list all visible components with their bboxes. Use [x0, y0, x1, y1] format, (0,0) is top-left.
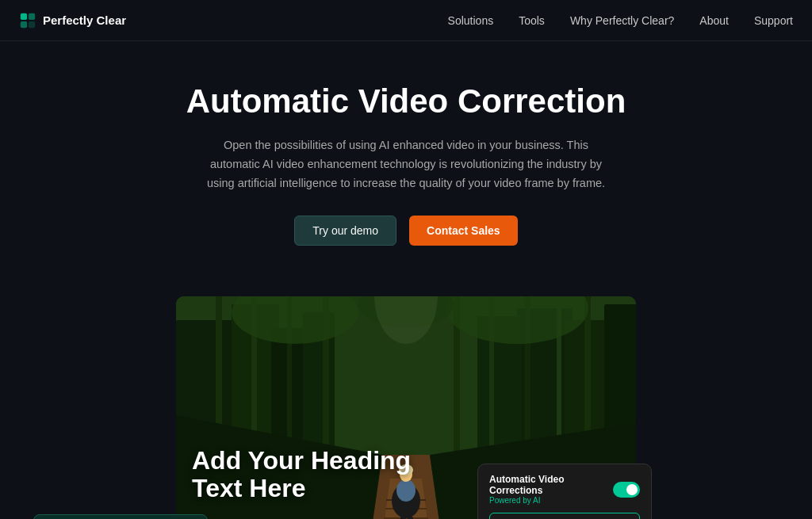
- logo-text: Perfectly Clear: [43, 13, 126, 27]
- click-here-button[interactable]: + Click here: [489, 513, 640, 519]
- ai-toggle[interactable]: [613, 482, 640, 498]
- hero-section: Automatic Video Correction Open the poss…: [0, 41, 812, 296]
- hero-title: Automatic Video Correction: [186, 82, 626, 120]
- nav-item-why[interactable]: Why Perfectly Clear?: [570, 13, 674, 28]
- image-wrapper: Add Your Heading Text Here Automatic Vid…: [0, 296, 812, 519]
- nav-item-about[interactable]: About: [699, 13, 729, 28]
- ai-widget: Automatic Video Corrections Powered by A…: [477, 464, 652, 519]
- contact-sales-button[interactable]: Contact Sales: [409, 216, 518, 246]
- svg-rect-1: [29, 13, 35, 19]
- hero-buttons: Try our demo Contact Sales: [294, 216, 517, 246]
- svg-rect-0: [21, 13, 27, 19]
- try-demo-button[interactable]: Try our demo: [294, 216, 396, 246]
- bottom-decorative-bar: [33, 514, 208, 519]
- image-section: Add Your Heading Text Here Automatic Vid…: [176, 296, 636, 519]
- logo-icon: [19, 12, 36, 29]
- nav-item-solutions[interactable]: Solutions: [448, 13, 494, 28]
- overlay-heading: Add Your Heading Text Here: [192, 447, 411, 502]
- logo[interactable]: Perfectly Clear: [19, 12, 126, 29]
- widget-title-block: Automatic Video Corrections Powered by A…: [489, 474, 613, 505]
- svg-rect-2: [21, 21, 27, 27]
- svg-rect-37: [400, 514, 406, 519]
- svg-rect-3: [29, 21, 35, 27]
- navbar: Perfectly Clear Solutions Tools Why Perf…: [0, 0, 812, 41]
- widget-title: Automatic Video Corrections: [489, 474, 613, 496]
- nav-links: Solutions Tools Why Perfectly Clear? Abo…: [448, 13, 793, 28]
- widget-subtitle: Powered by AI: [489, 496, 613, 505]
- hero-description: Open the possibilities of using AI enhan…: [200, 136, 612, 193]
- toggle-knob: [626, 484, 638, 495]
- nav-item-support[interactable]: Support: [754, 13, 793, 28]
- widget-header: Automatic Video Corrections Powered by A…: [489, 474, 640, 505]
- nav-item-tools[interactable]: Tools: [519, 13, 545, 28]
